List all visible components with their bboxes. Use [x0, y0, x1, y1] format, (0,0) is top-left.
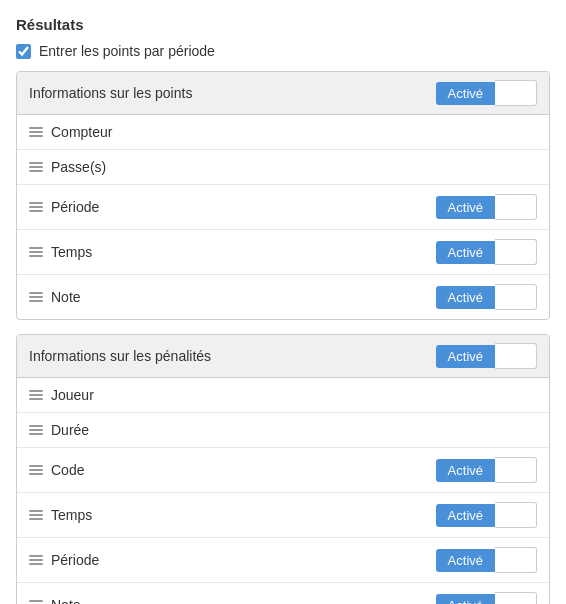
drag-icon-points-4[interactable] — [29, 292, 43, 302]
row-controls-points-2: Activé — [436, 194, 537, 220]
row-active-btn-penalites-5[interactable]: Activé — [436, 594, 495, 605]
row-points-3: TempsActivé — [17, 230, 549, 275]
drag-icon-penalites-5[interactable] — [29, 600, 43, 604]
drag-icon-points-2[interactable] — [29, 202, 43, 212]
row-label-points-4: Note — [51, 289, 81, 305]
row-penalites-4: PériodeActivé — [17, 538, 549, 583]
row-controls-penalites-3: Activé — [436, 502, 537, 528]
row-toggle-points-3[interactable] — [495, 239, 537, 265]
row-toggle-points-2[interactable] — [495, 194, 537, 220]
row-penalites-3: TempsActivé — [17, 493, 549, 538]
drag-icon-penalites-1[interactable] — [29, 425, 43, 435]
row-toggle-points-4[interactable] — [495, 284, 537, 310]
row-penalites-0: Joueur — [17, 378, 549, 413]
section-penalites: Informations sur les pénalitésActivéJoue… — [16, 334, 550, 604]
row-active-btn-points-2[interactable]: Activé — [436, 196, 495, 219]
section-title-points: Informations sur les points — [29, 85, 192, 101]
row-label-penalites-3: Temps — [51, 507, 92, 523]
row-left-points-3: Temps — [29, 244, 92, 260]
row-points-1: Passe(s) — [17, 150, 549, 185]
section-header-penalites: Informations sur les pénalitésActivé — [17, 335, 549, 378]
row-points-4: NoteActivé — [17, 275, 549, 319]
row-controls-penalites-2: Activé — [436, 457, 537, 483]
section-active-btn-penalites[interactable]: Activé — [436, 345, 495, 368]
row-toggle-penalites-5[interactable] — [495, 592, 537, 604]
section-header-controls-penalites: Activé — [436, 343, 537, 369]
row-active-btn-penalites-2[interactable]: Activé — [436, 459, 495, 482]
row-controls-points-4: Activé — [436, 284, 537, 310]
drag-icon-penalites-2[interactable] — [29, 465, 43, 475]
row-left-points-4: Note — [29, 289, 81, 305]
row-toggle-penalites-4[interactable] — [495, 547, 537, 573]
section-toggle-input-penalites[interactable] — [495, 343, 537, 369]
row-left-penalites-3: Temps — [29, 507, 92, 523]
drag-icon-points-0[interactable] — [29, 127, 43, 137]
row-label-points-1: Passe(s) — [51, 159, 106, 175]
row-penalites-2: CodeActivé — [17, 448, 549, 493]
section-title-penalites: Informations sur les pénalités — [29, 348, 211, 364]
row-left-penalites-0: Joueur — [29, 387, 94, 403]
row-toggle-penalites-3[interactable] — [495, 502, 537, 528]
row-controls-penalites-4: Activé — [436, 547, 537, 573]
row-label-penalites-2: Code — [51, 462, 84, 478]
row-left-points-1: Passe(s) — [29, 159, 106, 175]
period-points-checkbox[interactable] — [16, 44, 31, 59]
row-left-penalites-5: Note — [29, 597, 81, 604]
row-label-points-0: Compteur — [51, 124, 112, 140]
drag-icon-penalites-4[interactable] — [29, 555, 43, 565]
row-label-penalites-5: Note — [51, 597, 81, 604]
row-label-penalites-4: Période — [51, 552, 99, 568]
row-left-penalites-4: Période — [29, 552, 99, 568]
row-label-penalites-1: Durée — [51, 422, 89, 438]
row-label-points-3: Temps — [51, 244, 92, 260]
row-controls-points-3: Activé — [436, 239, 537, 265]
checkbox-label: Entrer les points par période — [39, 43, 215, 59]
row-toggle-penalites-2[interactable] — [495, 457, 537, 483]
row-active-btn-penalites-4[interactable]: Activé — [436, 549, 495, 572]
row-left-penalites-1: Durée — [29, 422, 89, 438]
page-title: Résultats — [16, 16, 550, 33]
section-header-controls-points: Activé — [436, 80, 537, 106]
row-left-penalites-2: Code — [29, 462, 84, 478]
drag-icon-points-1[interactable] — [29, 162, 43, 172]
row-points-2: PériodeActivé — [17, 185, 549, 230]
row-controls-penalites-5: Activé — [436, 592, 537, 604]
checkbox-row: Entrer les points par période — [16, 43, 550, 59]
row-points-0: Compteur — [17, 115, 549, 150]
row-penalites-5: NoteActivé — [17, 583, 549, 604]
row-label-penalites-0: Joueur — [51, 387, 94, 403]
drag-icon-penalites-0[interactable] — [29, 390, 43, 400]
row-active-btn-points-4[interactable]: Activé — [436, 286, 495, 309]
row-left-points-0: Compteur — [29, 124, 112, 140]
drag-icon-points-3[interactable] — [29, 247, 43, 257]
row-penalites-1: Durée — [17, 413, 549, 448]
drag-icon-penalites-3[interactable] — [29, 510, 43, 520]
row-active-btn-penalites-3[interactable]: Activé — [436, 504, 495, 527]
row-label-points-2: Période — [51, 199, 99, 215]
section-active-btn-points[interactable]: Activé — [436, 82, 495, 105]
section-toggle-input-points[interactable] — [495, 80, 537, 106]
row-active-btn-points-3[interactable]: Activé — [436, 241, 495, 264]
section-points: Informations sur les pointsActivéCompteu… — [16, 71, 550, 320]
section-header-points: Informations sur les pointsActivé — [17, 72, 549, 115]
row-left-points-2: Période — [29, 199, 99, 215]
